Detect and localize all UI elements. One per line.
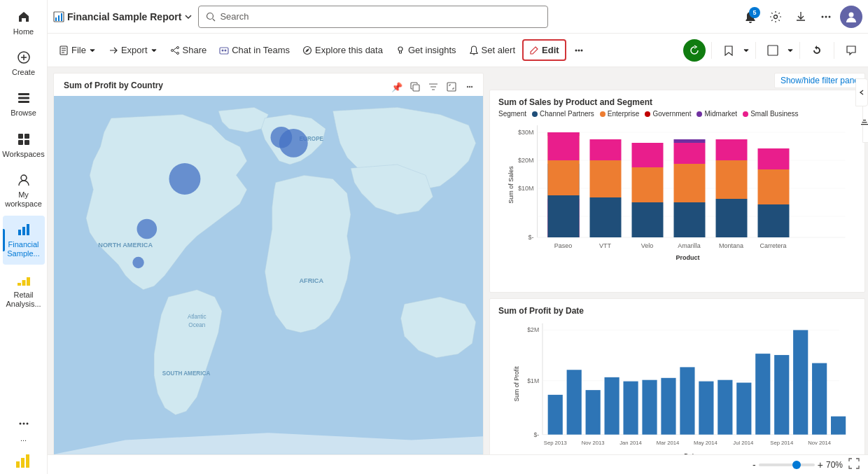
svg-point-40 (575, 49, 577, 51)
svg-point-32 (176, 46, 178, 48)
svg-rect-78 (548, 160, 580, 195)
fullscreen-button[interactable] (848, 458, 860, 471)
sidebar-item-financial[interactable]: Financial Sample... (3, 216, 45, 264)
edit-button[interactable]: Edit (522, 39, 566, 61)
chat-teams-button[interactable]: Chat in Teams (214, 41, 295, 60)
expand-visual-icon[interactable] (444, 79, 459, 95)
svg-rect-86 (632, 167, 664, 202)
toolbar-divider-2 (755, 42, 756, 59)
sidebar-item-more[interactable]: ... (3, 410, 45, 449)
svg-text:Paseo: Paseo (554, 242, 573, 249)
sidebar: Home Create Browse (0, 0, 48, 474)
svg-rect-22 (55, 18, 57, 21)
refresh-button[interactable] (683, 39, 706, 62)
notifications-button[interactable]: 5 (739, 6, 762, 28)
alert-button[interactable]: Set alert (463, 41, 521, 60)
zoom-slider[interactable] (759, 463, 815, 466)
create-icon (15, 49, 32, 66)
svg-text:Sep 2013: Sep 2013 (544, 440, 567, 446)
topbar: Financial Sample Report Search 5 (48, 0, 868, 34)
file-label: File (71, 45, 86, 55)
svg-rect-115 (623, 382, 638, 435)
active-indicator (3, 229, 5, 251)
reload-button[interactable] (806, 39, 828, 62)
profit-chart-title: Sum of Profit by Date (498, 306, 856, 316)
svg-text:May 2014: May 2014 (694, 440, 718, 446)
svg-point-46 (467, 86, 468, 88)
svg-rect-10 (22, 227, 25, 235)
toolbar-divider-1 (711, 42, 712, 59)
settings-button[interactable] (764, 6, 787, 28)
legend-midmarket: Midmarket (696, 110, 737, 118)
view-chevron-icon (787, 47, 794, 54)
explore-icon (302, 46, 312, 55)
zoom-plus-button[interactable]: + (818, 459, 823, 470)
svg-rect-23 (58, 15, 59, 21)
svg-rect-1 (18, 93, 29, 95)
svg-rect-5 (24, 134, 29, 139)
svg-point-25 (207, 13, 214, 19)
show-hide-filter-pane[interactable]: Show/hide filter pane (774, 73, 865, 88)
sidebar-item-browse[interactable]: Browse (3, 84, 45, 123)
more-options-button[interactable] (815, 6, 837, 28)
svg-point-8 (21, 175, 27, 181)
sidebar-item-create[interactable]: Create (3, 43, 45, 83)
zoom-slider-thumb (792, 461, 801, 469)
svg-rect-95 (716, 160, 748, 199)
insights-label: Get insights (408, 45, 456, 55)
sidebar-item-home[interactable]: Home (3, 3, 45, 42)
svg-rect-6 (18, 140, 23, 145)
legend-government-label: Government (652, 110, 691, 118)
sidebar-item-retail[interactable]: Retail Analysis... (3, 266, 45, 314)
export-icon (108, 46, 118, 55)
sidebar-item-browse-label: Browse (10, 109, 36, 118)
svg-text:Carretera: Carretera (760, 242, 786, 249)
insights-button[interactable]: Get insights (390, 41, 462, 60)
legend-channel-partners-label: Channel Partners (540, 110, 594, 118)
svg-text:AFRICA: AFRICA (299, 277, 323, 284)
share-button[interactable]: Share (164, 41, 213, 60)
toolbar-more-button[interactable] (568, 41, 590, 60)
gear-icon (769, 11, 782, 23)
svg-text:Product: Product (676, 254, 699, 261)
collapse-filter-btn[interactable] (855, 78, 868, 106)
copy-visual-icon[interactable] (407, 79, 423, 95)
myworkspace-icon (15, 172, 32, 188)
svg-rect-112 (567, 370, 582, 434)
comment-button[interactable] (840, 39, 862, 62)
more-dots-icon (15, 415, 32, 432)
explore-button[interactable]: Explore this data (297, 41, 388, 60)
bookmark-chevron-icon (743, 47, 750, 54)
svg-rect-121 (736, 383, 751, 435)
more-visual-icon[interactable] (462, 79, 477, 95)
toolbar-divider-3 (799, 42, 800, 59)
legend-enterprise-label: Enterprise (608, 110, 640, 118)
svg-text:SOUTH AMERICA: SOUTH AMERICA (162, 370, 211, 377)
sidebar-item-myworkspace[interactable]: My workspace (3, 166, 45, 214)
svg-text:$2M: $2M (527, 326, 539, 333)
view-button[interactable] (762, 39, 784, 62)
svg-rect-122 (755, 354, 770, 435)
export-button[interactable]: Export (103, 41, 163, 60)
svg-rect-82 (590, 160, 622, 197)
svg-point-36 (222, 49, 224, 51)
sidebar-item-workspaces[interactable]: Workspaces (3, 125, 45, 165)
legend-enterprise: Enterprise (600, 110, 640, 118)
legend-channel-partners: Channel Partners (532, 110, 594, 118)
bookmark-button[interactable] (718, 39, 740, 62)
file-button[interactable]: File (53, 41, 102, 60)
app-title: Financial Sample Report (53, 11, 192, 22)
svg-text:Jul 2014: Jul 2014 (733, 440, 754, 446)
svg-rect-91 (674, 143, 706, 164)
filter-visual-icon[interactable] (426, 79, 441, 95)
filters-panel[interactable]: Filters (862, 101, 868, 143)
zoom-minus-button[interactable]: - (752, 459, 756, 470)
svg-rect-119 (699, 382, 713, 435)
pin-icon[interactable]: 📌 (389, 79, 405, 95)
user-avatar[interactable] (840, 6, 862, 28)
avatar-icon (845, 11, 858, 23)
search-box[interactable]: Search (198, 6, 548, 28)
svg-rect-9 (18, 230, 21, 235)
download-button[interactable] (790, 6, 812, 28)
svg-point-57 (137, 219, 158, 239)
